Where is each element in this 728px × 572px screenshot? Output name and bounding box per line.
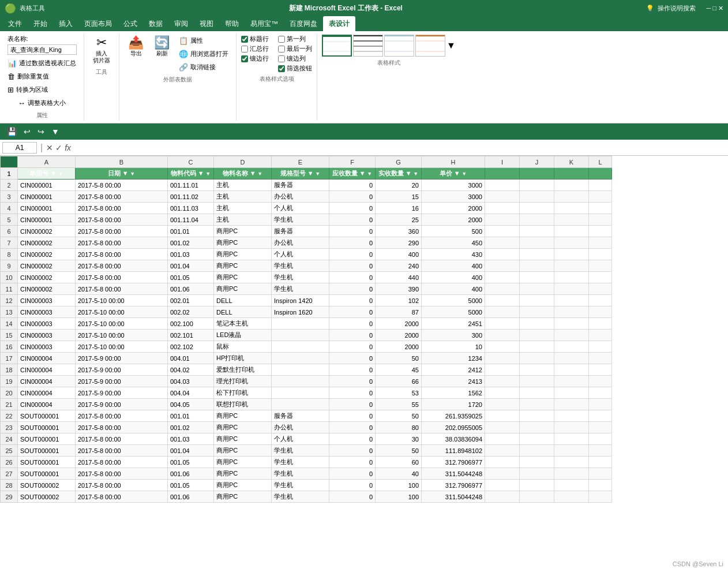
cell-21-a[interactable]: CIN000004 <box>18 399 76 410</box>
cell-4-i[interactable] <box>485 203 520 214</box>
cell-17-a[interactable]: CIN000004 <box>18 353 76 364</box>
cell-24-b[interactable]: 2017-5-8 00:00 <box>76 433 168 445</box>
tab-home[interactable]: 开始 <box>28 16 53 31</box>
cell-10-b[interactable]: 2017-5-8 00:00 <box>76 272 168 283</box>
cell-23-e[interactable]: 办公机 <box>272 422 329 433</box>
cell-8-b[interactable]: 2017-5-8 00:00 <box>76 249 168 260</box>
col-header-h[interactable]: H <box>422 156 485 168</box>
cell-11-i[interactable] <box>485 283 520 295</box>
cell-26-d[interactable]: 商用PC <box>214 457 272 468</box>
cell-7-h[interactable]: 450 <box>422 237 485 249</box>
cell-17-i[interactable] <box>485 353 520 364</box>
cell-18-f[interactable]: 0 <box>329 364 376 376</box>
cell-15-a[interactable]: CIN000003 <box>18 330 76 341</box>
cell-28-l[interactable] <box>589 480 612 491</box>
cell-23-d[interactable]: 商用PC <box>214 422 272 433</box>
cell-12-f[interactable]: 0 <box>329 295 376 306</box>
cell-10-c[interactable]: 001.05 <box>168 272 214 283</box>
cell-18-i[interactable] <box>485 364 520 376</box>
cell-23-i[interactable] <box>485 422 520 433</box>
cell-11-l[interactable] <box>589 283 612 295</box>
cell-18-j[interactable] <box>520 364 554 376</box>
cell-4-h[interactable]: 2000 <box>422 203 485 214</box>
cell-9-k[interactable] <box>554 260 589 272</box>
cell-29-a[interactable]: SOUT000002 <box>18 491 76 503</box>
col-header-j[interactable]: J <box>520 156 554 168</box>
cell-25-f[interactable]: 0 <box>329 445 376 457</box>
cell-11-b[interactable]: 2017-5-8 00:00 <box>76 283 168 295</box>
cell-18-a[interactable]: CIN000004 <box>18 364 76 376</box>
cell-28-a[interactable]: SOUT000002 <box>18 480 76 491</box>
cell-26-b[interactable]: 2017-5-8 00:00 <box>76 457 168 468</box>
cell-27-k[interactable] <box>554 468 589 480</box>
checkbox-filter-button[interactable]: 筛选按钮 <box>278 64 312 73</box>
cell-25-i[interactable] <box>485 445 520 457</box>
checkbox-banded-rows[interactable]: 镶边行 <box>241 54 269 63</box>
cell-26-e[interactable]: 学生机 <box>272 457 329 468</box>
cell-23-g[interactable]: 80 <box>376 422 422 433</box>
cell-16-j[interactable] <box>520 341 554 353</box>
cell-22-j[interactable] <box>520 410 554 422</box>
cell-20-a[interactable]: CIN000004 <box>18 387 76 399</box>
tab-design[interactable]: 表设计 <box>323 16 355 31</box>
header-cell-l[interactable] <box>589 168 612 180</box>
cell-25-h[interactable]: 111.8948102 <box>422 445 485 457</box>
cell-4-j[interactable] <box>520 203 554 214</box>
cell-11-h[interactable]: 400 <box>422 283 485 295</box>
cell-16-k[interactable] <box>554 341 589 353</box>
cell-3-c[interactable]: 001.11.02 <box>168 191 214 203</box>
cell-9-e[interactable]: 学生机 <box>272 260 329 272</box>
cell-6-h[interactable]: 500 <box>422 226 485 237</box>
cell-16-l[interactable] <box>589 341 612 353</box>
cell-21-l[interactable] <box>589 399 612 410</box>
summarize-pivottable-button[interactable]: 📊 通过数据透视表汇总 <box>5 57 79 69</box>
tab-help[interactable]: 帮助 <box>219 16 245 31</box>
cell-2-d[interactable]: 主机 <box>214 180 272 191</box>
cell-5-j[interactable] <box>520 214 554 226</box>
cell-21-j[interactable] <box>520 399 554 410</box>
cell-28-k[interactable] <box>554 480 589 491</box>
cell-22-e[interactable]: 服务器 <box>272 410 329 422</box>
cell-24-e[interactable]: 个人机 <box>272 433 329 445</box>
header-cell-g[interactable]: 实收数量 ▼ <box>376 168 422 180</box>
cell-11-g[interactable]: 390 <box>376 283 422 295</box>
cell-12-h[interactable]: 5000 <box>422 295 485 306</box>
cell-7-f[interactable]: 0 <box>329 237 376 249</box>
cell-19-h[interactable]: 2413 <box>422 376 485 387</box>
cell-14-c[interactable]: 002.100 <box>168 318 214 330</box>
insert-slicer-button[interactable]: ✂ 插入切片器 <box>89 35 114 66</box>
cell-23-f[interactable]: 0 <box>329 422 376 433</box>
cell-11-e[interactable]: 学生机 <box>272 283 329 295</box>
cell-9-g[interactable]: 240 <box>376 260 422 272</box>
cell-14-j[interactable] <box>520 318 554 330</box>
cell-14-b[interactable]: 2017-5-10 00:00 <box>76 318 168 330</box>
tab-view[interactable]: 视图 <box>194 16 219 31</box>
cell-7-b[interactable]: 2017-5-8 00:00 <box>76 237 168 249</box>
cell-28-c[interactable]: 001.05 <box>168 480 214 491</box>
cell-5-k[interactable] <box>554 214 589 226</box>
cell-8-e[interactable]: 个人机 <box>272 249 329 260</box>
cell-13-j[interactable] <box>520 306 554 318</box>
cell-10-j[interactable] <box>520 272 554 283</box>
cell-8-g[interactable]: 400 <box>376 249 422 260</box>
col-header-c[interactable]: C <box>168 156 214 168</box>
cell-3-f[interactable]: 0 <box>329 191 376 203</box>
col-header-i[interactable]: I <box>485 156 520 168</box>
cell-6-f[interactable]: 0 <box>329 226 376 237</box>
col-header-f[interactable]: F <box>329 156 376 168</box>
cell-25-j[interactable] <box>520 445 554 457</box>
tab-data[interactable]: 数据 <box>143 16 168 31</box>
cell-15-b[interactable]: 2017-5-10 00:00 <box>76 330 168 341</box>
col-header-e[interactable]: E <box>272 156 329 168</box>
cell-20-j[interactable] <box>520 387 554 399</box>
cell-17-g[interactable]: 50 <box>376 353 422 364</box>
cell-5-a[interactable]: CIN000001 <box>18 214 76 226</box>
header-cell-k[interactable] <box>554 168 589 180</box>
cell-7-k[interactable] <box>554 237 589 249</box>
cell-7-j[interactable] <box>520 237 554 249</box>
cell-2-a[interactable]: CIN000001 <box>18 180 76 191</box>
more-qa-button[interactable]: ▼ <box>49 126 62 137</box>
cell-13-d[interactable]: DELL <box>214 306 272 318</box>
cell-22-c[interactable]: 001.01 <box>168 410 214 422</box>
cell-20-l[interactable] <box>589 387 612 399</box>
